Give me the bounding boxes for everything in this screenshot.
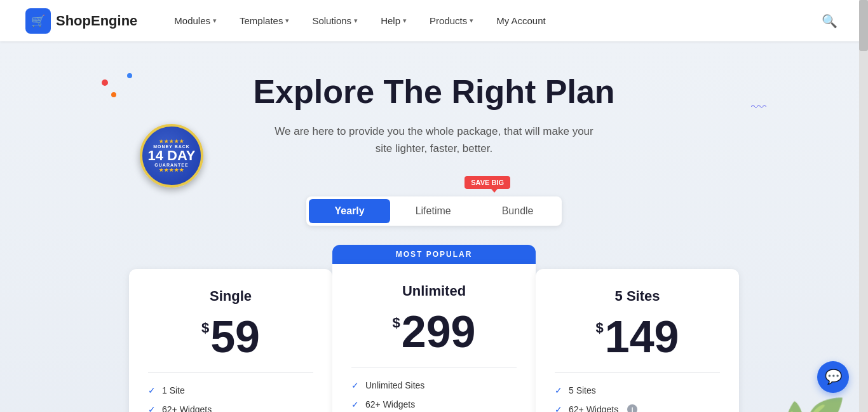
nav-item-help[interactable]: Help ▾ <box>369 0 418 41</box>
plan-unlimited-wrapper: MOST POPULAR Unlimited $ 299 ✓ Unlimited… <box>332 245 536 412</box>
plan-5sites: 5 Sites $ 149 ✓ 5 Sites ✓ 62+ Widgets i … <box>536 269 739 412</box>
hero-section: 〰 ★★★★★ MONEY BACK 14 DAY GUARANTEE ★★★★… <box>0 41 868 412</box>
plan-unlimited-name: Unlimited <box>351 283 517 299</box>
feature-item: ✓ 62+ Widgets <box>148 404 313 412</box>
pricing-toggle-section: SAVE BIG Yearly Lifetime Bundle <box>13 176 855 226</box>
save-big-badge: SAVE BIG <box>465 176 510 189</box>
page-title: Explore The Right Plan <box>13 73 855 111</box>
nav-links: Modules ▾ Templates ▾ Solutions ▾ Help ▾… <box>163 0 817 41</box>
feature-item: ✓ 62+ Widgets i <box>555 404 720 412</box>
plan-single-name: Single <box>148 288 313 305</box>
logo-icon: 🛒 <box>25 8 51 34</box>
nav-item-modules[interactable]: Modules ▾ <box>163 0 228 41</box>
toggle-wrapper: Yearly Lifetime Bundle <box>306 196 561 226</box>
chevron-down-icon: ▾ <box>470 17 473 25</box>
check-icon: ✓ <box>351 399 359 409</box>
navbar: 🛒 ShopEngine Modules ▾ Templates ▾ Solut… <box>0 0 868 41</box>
chevron-down-icon: ▾ <box>285 17 289 25</box>
plan-5sites-price: $ 149 <box>555 315 720 359</box>
popular-banner: MOST POPULAR <box>332 245 536 264</box>
check-icon: ✓ <box>555 404 562 412</box>
toggle-yearly[interactable]: Yearly <box>309 199 390 223</box>
deco-dot-red <box>102 79 108 86</box>
toggle-bundle[interactable]: Bundle <box>477 199 559 223</box>
logo-text: ShopEngine <box>56 13 137 29</box>
scrollbar-track[interactable] <box>859 0 868 412</box>
nav-item-templates[interactable]: Templates ▾ <box>228 0 301 41</box>
plan-5sites-features: ✓ 5 Sites ✓ 62+ Widgets i ✓ 12+ Advanced… <box>555 385 720 412</box>
deco-dot-blue <box>127 73 132 78</box>
check-icon: ✓ <box>351 380 359 390</box>
hero-subtitle: We are here to provide you the whole pac… <box>269 123 599 157</box>
plan-unlimited-features: ✓ Unlimited Sites ✓ 62+ Widgets ✓ 12+ Ad… <box>351 380 517 412</box>
chevron-down-icon: ▾ <box>403 17 407 25</box>
nav-item-solutions[interactable]: Solutions ▾ <box>301 0 369 41</box>
nav-right: 🔍 <box>817 8 843 34</box>
toggle-lifetime[interactable]: Lifetime <box>390 199 477 223</box>
feature-item: ✓ 1 Site <box>148 385 313 395</box>
check-icon: ✓ <box>148 404 156 412</box>
feature-item: ✓ Unlimited Sites <box>351 380 517 390</box>
info-icon[interactable]: i <box>627 404 637 412</box>
plan-single-price: $ 59 <box>148 315 313 359</box>
chevron-down-icon: ▾ <box>354 17 358 25</box>
plan-5sites-name: 5 Sites <box>555 288 720 305</box>
scrollbar-thumb[interactable] <box>859 0 868 51</box>
chat-icon: 💬 <box>825 369 842 385</box>
nav-item-myaccount[interactable]: My Account <box>485 0 557 41</box>
check-icon: ✓ <box>148 385 156 395</box>
chevron-down-icon: ▾ <box>213 17 217 25</box>
pricing-section: Single $ 59 ✓ 1 Site ✓ 62+ Widgets ✓ 12+… <box>13 245 855 412</box>
feature-item: ✓ 5 Sites <box>555 385 720 395</box>
plan-single-features: ✓ 1 Site ✓ 62+ Widgets ✓ 12+ Advanced Mo… <box>148 385 313 412</box>
deco-wave: 〰 <box>751 99 766 116</box>
feature-item: ✓ 62+ Widgets <box>351 399 517 409</box>
nav-item-products[interactable]: Products ▾ <box>418 0 485 41</box>
plan-unlimited-price: $ 299 <box>351 310 517 354</box>
logo[interactable]: 🛒 ShopEngine <box>25 8 137 34</box>
check-icon: ✓ <box>555 385 562 395</box>
search-icon[interactable]: 🔍 <box>817 8 843 34</box>
chat-button[interactable]: 💬 <box>817 361 849 393</box>
plan-unlimited: Unlimited $ 299 ✓ Unlimited Sites ✓ 62+ … <box>332 264 536 412</box>
plan-single: Single $ 59 ✓ 1 Site ✓ 62+ Widgets ✓ 12+… <box>129 269 332 412</box>
deco-dot-orange <box>111 92 116 97</box>
